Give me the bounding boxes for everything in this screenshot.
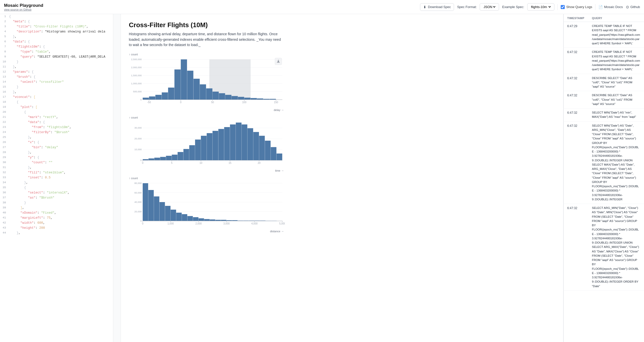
spec-format-select[interactable]: JSON YAML (482, 5, 496, 9)
example-spec-select[interactable]: flights-10m aapl-stocks (530, 5, 552, 9)
svg-rect-17 (168, 88, 174, 100)
query-timestamp: 6:47:32 (567, 110, 590, 115)
svg-rect-53 (143, 159, 148, 161)
download-spec-label: Download Spec (428, 5, 451, 9)
line-number: 16 (0, 90, 9, 95)
line-number: 9 (0, 54, 9, 59)
line-number: 36 (0, 190, 9, 195)
line-content: "plot": [ (9, 105, 113, 110)
line-content: "meta": { (9, 19, 113, 24)
query-text: SELECT MIN("Date") AS "Date", ARG_MIN("C… (592, 124, 640, 202)
svg-text:15: 15 (229, 162, 232, 164)
chart-time-container[interactable]: 010,00020,00030,00005101520 time → (129, 120, 284, 172)
code-line: 43 "height": 200 (0, 225, 113, 231)
github-icon: ⊙ (626, 5, 629, 9)
chart-distance-svg[interactable]: 020,00040,00060,00080,00001,0002,0003,00… (129, 181, 285, 229)
chart-time-svg[interactable]: 010,00020,00030,00005101520 (129, 120, 285, 168)
line-content: "bin": "delay" (9, 145, 113, 150)
svg-text:0: 0 (140, 219, 142, 222)
svg-rect-69 (236, 123, 242, 160)
svg-rect-26 (225, 95, 232, 100)
github-link[interactable]: ⊙ Github (626, 5, 640, 9)
mosaic-docs-label: Mosaic Docs (604, 5, 623, 9)
line-content: } (9, 200, 113, 205)
query-text: SELECT MIN("Date") AS "min", MAX("Date")… (592, 110, 640, 119)
code-panel[interactable]: 1{2 "meta": {3 "title": "Cross-Filter Fl… (0, 14, 113, 342)
chart-delay-container[interactable]: 0500,0001,000,0001,500,0002,000,0002,500… (129, 57, 284, 111)
line-number: 23 (0, 125, 9, 130)
line-content: "inset": 0.5 (9, 175, 113, 180)
query-timestamp: 6:47:32 (567, 76, 590, 80)
svg-rect-107 (193, 217, 199, 221)
svg-rect-110 (210, 219, 215, 221)
svg-text:5: 5 (171, 162, 173, 164)
query-log-header: TIMESTAMP QUERY (564, 14, 644, 22)
show-query-logs-toggle[interactable]: Show Query Logs (561, 5, 592, 9)
line-number: 11 (0, 64, 9, 69)
line-number: 42 (0, 220, 9, 225)
line-content: "description": "Histograms showing arriv… (9, 29, 113, 34)
code-line: 19 "plot": [ (0, 105, 113, 110)
line-number: 39 (0, 205, 9, 210)
example-spec-label: Example Spec: (502, 5, 524, 9)
brand-subtitle[interactable]: view source on Github (4, 8, 43, 11)
line-number: 15 (0, 85, 9, 90)
svg-rect-106 (187, 216, 193, 221)
line-content: "y": { (9, 155, 113, 160)
svg-text:2,000,000: 2,000,000 (131, 66, 142, 69)
chart-delay-download[interactable] (275, 58, 282, 65)
svg-rect-16 (162, 92, 168, 100)
line-content: }, (9, 231, 113, 236)
code-line: 1{ (0, 14, 113, 19)
query-timestamp: 6:47:32 (567, 206, 590, 210)
code-line: 24 "filterBy": "$brush" (0, 130, 113, 135)
code-line: 33 "inset": 0.5 (0, 175, 113, 180)
line-number: 26 (0, 140, 9, 145)
code-line: 32 "fill": "steelblue", (0, 170, 113, 175)
query-timestamp: 6:47:32 (567, 124, 590, 128)
preview-panel[interactable]: Cross-Filter Flights (10M) Histograms sh… (121, 14, 563, 342)
svg-rect-74 (265, 141, 271, 160)
svg-rect-58 (172, 155, 178, 161)
line-content: }, (9, 34, 113, 39)
code-line: 7 "flights10m": { (0, 44, 113, 49)
line-content: "select": "intervalX", (9, 190, 113, 195)
line-content: "height": 200 (9, 225, 113, 231)
download-spec-button[interactable]: ⬇ Download Spec (420, 3, 454, 11)
mosaic-docs-link[interactable]: 📄 Mosaic Docs (598, 5, 623, 9)
chart-delay-svg[interactable]: 0500,0001,000,0001,500,0002,000,0002,500… (129, 57, 285, 107)
brand: Mosaic Playground view source on Github (4, 3, 43, 11)
chart-time-label: ↑ count (129, 116, 284, 119)
line-number: 14 (0, 80, 9, 85)
chart-time: ↑ count 010,00020,00030,00005101520 time… (129, 116, 284, 172)
chart-distance-container[interactable]: 020,00040,00060,00080,00001,0002,0003,00… (129, 181, 284, 233)
show-query-logs-checkbox[interactable] (561, 5, 565, 9)
query-timestamp: 6:47:32 (567, 50, 590, 54)
query-row: 6:47:32SELECT MIN("Date") AS "min", MAX(… (564, 108, 644, 122)
code-line: 38 } (0, 200, 113, 205)
query-col-query: QUERY (592, 17, 640, 20)
chart-delay-label: ↑ count (129, 53, 284, 56)
svg-rect-75 (271, 147, 277, 161)
svg-text:4,000: 4,000 (251, 222, 257, 225)
spec-format-select-wrapper[interactable]: JSON YAML (480, 3, 499, 11)
svg-rect-65 (213, 131, 218, 160)
line-content: "query": "SELECT GREATEST(-60, LEAST(ARR… (9, 54, 113, 59)
svg-text:2,000: 2,000 (195, 222, 202, 225)
preview-description: Histograms showing arrival delay, depart… (129, 31, 284, 48)
svg-text:20,000: 20,000 (134, 137, 142, 140)
line-number: 10 (0, 59, 9, 64)
svg-text:10: 10 (200, 162, 203, 164)
line-content: "data": { (9, 39, 113, 44)
code-line: 42 "width": 600, (0, 220, 113, 225)
example-spec-select-wrapper[interactable]: flights-10m aapl-stocks (527, 3, 554, 11)
line-number: 31 (0, 165, 9, 170)
svg-rect-61 (189, 145, 195, 160)
chart-distance: ↑ count 020,00040,00060,00080,00001,0002… (129, 177, 284, 233)
code-line: 12 "params": { (0, 69, 113, 74)
code-line: 31 }, (0, 165, 113, 170)
svg-rect-23 (206, 88, 212, 100)
svg-text:80,000: 80,000 (134, 182, 142, 184)
svg-rect-15 (155, 95, 162, 100)
line-content: }, (9, 135, 113, 140)
